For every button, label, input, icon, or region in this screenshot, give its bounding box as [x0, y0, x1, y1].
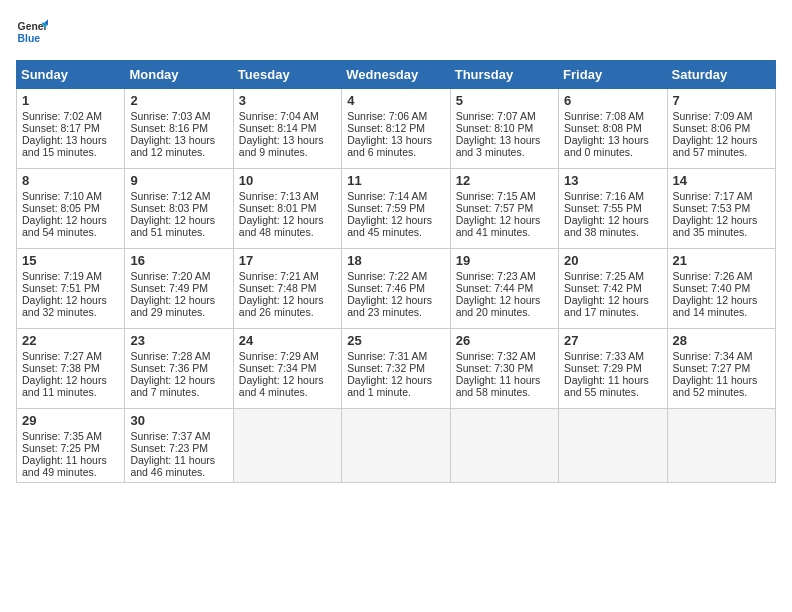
calendar-cell: 1 Sunrise: 7:02 AM Sunset: 8:17 PM Dayli… [17, 89, 125, 169]
daylight-label: Daylight: 13 hours and 3 minutes. [456, 134, 541, 158]
calendar-cell: 17 Sunrise: 7:21 AM Sunset: 7:48 PM Dayl… [233, 249, 341, 329]
sunrise-label: Sunrise: 7:02 AM [22, 110, 102, 122]
daylight-label: Daylight: 11 hours and 55 minutes. [564, 374, 649, 398]
calendar-cell: 8 Sunrise: 7:10 AM Sunset: 8:05 PM Dayli… [17, 169, 125, 249]
sunrise-label: Sunrise: 7:10 AM [22, 190, 102, 202]
calendar-cell: 19 Sunrise: 7:23 AM Sunset: 7:44 PM Dayl… [450, 249, 558, 329]
daylight-label: Daylight: 12 hours and 32 minutes. [22, 294, 107, 318]
sunrise-label: Sunrise: 7:08 AM [564, 110, 644, 122]
sunrise-label: Sunrise: 7:04 AM [239, 110, 319, 122]
sunrise-label: Sunrise: 7:23 AM [456, 270, 536, 282]
sunset-label: Sunset: 7:53 PM [673, 202, 751, 214]
calendar-cell: 7 Sunrise: 7:09 AM Sunset: 8:06 PM Dayli… [667, 89, 775, 169]
day-number: 25 [347, 333, 444, 348]
logo: General Blue [16, 16, 48, 48]
daylight-label: Daylight: 11 hours and 49 minutes. [22, 454, 107, 478]
daylight-label: Daylight: 13 hours and 12 minutes. [130, 134, 215, 158]
sunrise-label: Sunrise: 7:29 AM [239, 350, 319, 362]
calendar-cell: 14 Sunrise: 7:17 AM Sunset: 7:53 PM Dayl… [667, 169, 775, 249]
sunset-label: Sunset: 7:38 PM [22, 362, 100, 374]
day-number: 24 [239, 333, 336, 348]
calendar-cell [450, 409, 558, 483]
col-header-saturday: Saturday [667, 61, 775, 89]
sunrise-label: Sunrise: 7:26 AM [673, 270, 753, 282]
calendar-cell: 3 Sunrise: 7:04 AM Sunset: 8:14 PM Dayli… [233, 89, 341, 169]
day-number: 3 [239, 93, 336, 108]
calendar-cell: 13 Sunrise: 7:16 AM Sunset: 7:55 PM Dayl… [559, 169, 667, 249]
sunset-label: Sunset: 7:57 PM [456, 202, 534, 214]
calendar-table: SundayMondayTuesdayWednesdayThursdayFrid… [16, 60, 776, 483]
sunset-label: Sunset: 7:44 PM [456, 282, 534, 294]
col-header-friday: Friday [559, 61, 667, 89]
day-number: 6 [564, 93, 661, 108]
daylight-label: Daylight: 12 hours and 45 minutes. [347, 214, 432, 238]
day-number: 19 [456, 253, 553, 268]
daylight-label: Daylight: 12 hours and 4 minutes. [239, 374, 324, 398]
sunset-label: Sunset: 7:42 PM [564, 282, 642, 294]
col-header-sunday: Sunday [17, 61, 125, 89]
sunrise-label: Sunrise: 7:37 AM [130, 430, 210, 442]
day-number: 13 [564, 173, 661, 188]
calendar-cell: 27 Sunrise: 7:33 AM Sunset: 7:29 PM Dayl… [559, 329, 667, 409]
daylight-label: Daylight: 11 hours and 52 minutes. [673, 374, 758, 398]
sunset-label: Sunset: 8:16 PM [130, 122, 208, 134]
daylight-label: Daylight: 12 hours and 41 minutes. [456, 214, 541, 238]
calendar-cell [667, 409, 775, 483]
calendar-cell: 15 Sunrise: 7:19 AM Sunset: 7:51 PM Dayl… [17, 249, 125, 329]
sunrise-label: Sunrise: 7:28 AM [130, 350, 210, 362]
sunset-label: Sunset: 7:32 PM [347, 362, 425, 374]
sunrise-label: Sunrise: 7:15 AM [456, 190, 536, 202]
sunset-label: Sunset: 7:30 PM [456, 362, 534, 374]
sunset-label: Sunset: 8:14 PM [239, 122, 317, 134]
sunset-label: Sunset: 7:55 PM [564, 202, 642, 214]
sunrise-label: Sunrise: 7:22 AM [347, 270, 427, 282]
sunset-label: Sunset: 7:34 PM [239, 362, 317, 374]
day-number: 18 [347, 253, 444, 268]
sunrise-label: Sunrise: 7:12 AM [130, 190, 210, 202]
daylight-label: Daylight: 12 hours and 54 minutes. [22, 214, 107, 238]
calendar-cell: 16 Sunrise: 7:20 AM Sunset: 7:49 PM Dayl… [125, 249, 233, 329]
day-number: 11 [347, 173, 444, 188]
calendar-cell: 10 Sunrise: 7:13 AM Sunset: 8:01 PM Dayl… [233, 169, 341, 249]
daylight-label: Daylight: 12 hours and 1 minute. [347, 374, 432, 398]
sunset-label: Sunset: 8:12 PM [347, 122, 425, 134]
day-number: 20 [564, 253, 661, 268]
calendar-cell: 30 Sunrise: 7:37 AM Sunset: 7:23 PM Dayl… [125, 409, 233, 483]
daylight-label: Daylight: 12 hours and 14 minutes. [673, 294, 758, 318]
calendar-cell: 9 Sunrise: 7:12 AM Sunset: 8:03 PM Dayli… [125, 169, 233, 249]
calendar-cell: 4 Sunrise: 7:06 AM Sunset: 8:12 PM Dayli… [342, 89, 450, 169]
daylight-label: Daylight: 13 hours and 15 minutes. [22, 134, 107, 158]
col-header-wednesday: Wednesday [342, 61, 450, 89]
sunset-label: Sunset: 7:59 PM [347, 202, 425, 214]
sunset-label: Sunset: 8:08 PM [564, 122, 642, 134]
sunrise-label: Sunrise: 7:32 AM [456, 350, 536, 362]
sunrise-label: Sunrise: 7:06 AM [347, 110, 427, 122]
calendar-cell: 6 Sunrise: 7:08 AM Sunset: 8:08 PM Dayli… [559, 89, 667, 169]
daylight-label: Daylight: 12 hours and 11 minutes. [22, 374, 107, 398]
daylight-label: Daylight: 11 hours and 46 minutes. [130, 454, 215, 478]
daylight-label: Daylight: 13 hours and 0 minutes. [564, 134, 649, 158]
sunrise-label: Sunrise: 7:33 AM [564, 350, 644, 362]
sunrise-label: Sunrise: 7:27 AM [22, 350, 102, 362]
calendar-cell [342, 409, 450, 483]
calendar-cell: 11 Sunrise: 7:14 AM Sunset: 7:59 PM Dayl… [342, 169, 450, 249]
sunset-label: Sunset: 7:49 PM [130, 282, 208, 294]
sunset-label: Sunset: 7:23 PM [130, 442, 208, 454]
day-number: 4 [347, 93, 444, 108]
sunset-label: Sunset: 8:06 PM [673, 122, 751, 134]
day-number: 2 [130, 93, 227, 108]
daylight-label: Daylight: 12 hours and 17 minutes. [564, 294, 649, 318]
calendar-cell: 28 Sunrise: 7:34 AM Sunset: 7:27 PM Dayl… [667, 329, 775, 409]
sunrise-label: Sunrise: 7:13 AM [239, 190, 319, 202]
sunset-label: Sunset: 8:17 PM [22, 122, 100, 134]
day-number: 9 [130, 173, 227, 188]
sunset-label: Sunset: 8:10 PM [456, 122, 534, 134]
calendar-cell: 18 Sunrise: 7:22 AM Sunset: 7:46 PM Dayl… [342, 249, 450, 329]
daylight-label: Daylight: 12 hours and 38 minutes. [564, 214, 649, 238]
sunset-label: Sunset: 7:40 PM [673, 282, 751, 294]
daylight-label: Daylight: 13 hours and 9 minutes. [239, 134, 324, 158]
sunset-label: Sunset: 8:03 PM [130, 202, 208, 214]
calendar-cell: 12 Sunrise: 7:15 AM Sunset: 7:57 PM Dayl… [450, 169, 558, 249]
sunset-label: Sunset: 7:29 PM [564, 362, 642, 374]
day-number: 16 [130, 253, 227, 268]
